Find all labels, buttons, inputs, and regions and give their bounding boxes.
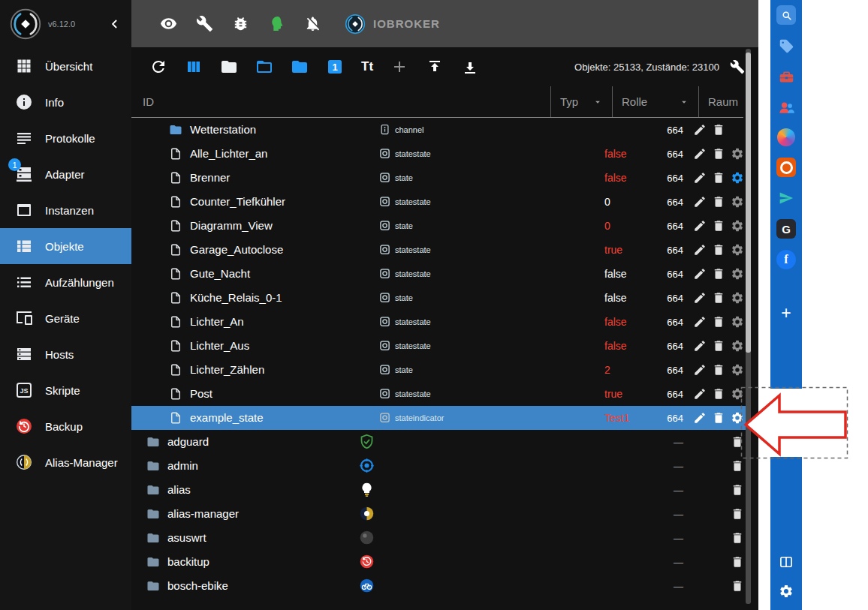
settings-icon[interactable] [731, 147, 744, 161]
download-icon[interactable] [461, 58, 479, 76]
adapter-row[interactable]: bosch-ebike— [131, 574, 747, 598]
search-icon[interactable] [776, 5, 796, 25]
adapter-row[interactable]: alias-manager— [131, 502, 747, 526]
adapter-row[interactable]: alias— [131, 478, 747, 502]
delete-icon[interactable] [712, 339, 725, 353]
settings-gear-icon[interactable] [776, 581, 796, 601]
adapter-row[interactable]: backitup— [131, 550, 747, 574]
folder-filled-icon[interactable] [291, 58, 309, 76]
plus-icon[interactable]: + [776, 303, 796, 323]
edit-icon[interactable] [693, 123, 707, 137]
edit-icon[interactable] [693, 411, 707, 425]
adapter-row[interactable]: admin— [131, 454, 747, 478]
settings-icon[interactable] [731, 291, 744, 305]
object-row[interactable]: Wetterstationchannel664 [131, 118, 747, 142]
people-icon[interactable] [776, 98, 796, 117]
split-view-icon[interactable] [776, 552, 796, 572]
settings-icon[interactable] [731, 363, 744, 377]
object-row[interactable]: Gute_Nachtstatestatefalse664 [131, 262, 747, 286]
object-row[interactable]: Lichter_Anstatestatefalse664 [131, 310, 747, 334]
settings-icon[interactable] [731, 171, 744, 185]
typ-filter-dropdown[interactable]: Typ [550, 86, 612, 117]
delete-icon[interactable] [731, 531, 744, 545]
delete-icon[interactable] [712, 291, 725, 305]
settings-icon[interactable] [731, 195, 744, 209]
refresh-icon[interactable] [149, 58, 167, 76]
edit-icon[interactable] [693, 219, 707, 233]
delete-icon[interactable] [731, 483, 744, 497]
sidebar-item-instanzen[interactable]: Instanzen [0, 192, 131, 228]
upload-icon[interactable] [426, 58, 444, 76]
collapse-sidebar-button[interactable] [107, 17, 122, 32]
object-row[interactable]: Alle_Lichter_anstatestatefalse664 [131, 142, 747, 166]
sidebar-item-uebersicht[interactable]: Übersicht [0, 48, 131, 84]
object-row[interactable]: Diagramm_Viewstate0664 [131, 214, 747, 238]
delete-icon[interactable] [731, 555, 744, 569]
object-row[interactable]: example_statestateindicatorTest1664 [131, 406, 747, 430]
tag-icon[interactable] [776, 36, 796, 56]
delete-icon[interactable] [712, 171, 725, 185]
edit-icon[interactable] [693, 147, 707, 161]
settings-icon[interactable] [731, 315, 744, 329]
delete-icon[interactable] [712, 195, 725, 209]
one-badge-icon[interactable]: 1 [326, 58, 344, 76]
vertical-scrollbar[interactable] [746, 49, 751, 604]
toolbox-icon[interactable] [776, 67, 796, 86]
settings-icon[interactable] [731, 411, 744, 425]
settings-icon[interactable] [731, 339, 744, 353]
facebook-icon[interactable]: f [776, 250, 796, 269]
object-row[interactable]: Poststatestatetrue664 [131, 382, 747, 406]
delete-icon[interactable] [731, 459, 744, 473]
scrollbar-thumb[interactable] [746, 53, 751, 353]
edit-icon[interactable] [693, 195, 707, 209]
columns-icon[interactable] [185, 58, 203, 76]
sidebar-item-protokolle[interactable]: Protokolle [0, 120, 131, 156]
sidebar-item-alias-manager[interactable]: Alias-Manager [0, 444, 131, 480]
adapter-row[interactable]: asuswrt— [131, 526, 747, 550]
delete-icon[interactable] [712, 123, 725, 137]
edit-icon[interactable] [693, 171, 707, 185]
delete-icon[interactable] [712, 411, 725, 425]
filter-wrench-icon[interactable] [730, 59, 745, 74]
delete-icon[interactable] [731, 579, 744, 593]
settings-icon[interactable] [731, 387, 744, 401]
folder-icon[interactable] [220, 58, 238, 76]
edit-icon[interactable] [693, 315, 707, 329]
sidebar-item-geraete[interactable]: Geräte [0, 300, 131, 336]
settings-icon[interactable] [731, 267, 744, 281]
delete-icon[interactable] [712, 219, 725, 233]
swirl-icon[interactable] [777, 128, 795, 146]
object-row[interactable]: Garage_Autoclosestatestatetrue664 [131, 238, 747, 262]
sidebar-item-backup[interactable]: Backup [0, 408, 131, 444]
edit-icon[interactable] [693, 267, 707, 281]
sidebar-item-objekte[interactable]: Objekte [0, 228, 131, 264]
rolle-filter-dropdown[interactable]: Rolle [612, 86, 698, 117]
google-icon[interactable]: G [776, 219, 796, 239]
object-row[interactable]: Lichter_Ausstatestatefalse664 [131, 334, 747, 358]
raum-filter[interactable]: Raum [698, 86, 743, 117]
mail-icon[interactable] [776, 158, 796, 177]
bell-off-icon[interactable] [304, 15, 321, 32]
eye-icon[interactable] [160, 15, 177, 32]
delete-icon[interactable] [712, 387, 725, 401]
send-icon[interactable] [776, 188, 796, 208]
object-row[interactable]: Küche_Relais_0-1statefalse664 [131, 286, 747, 310]
sidebar-item-skripte[interactable]: JSSkripte [0, 372, 131, 408]
bug-icon[interactable] [232, 15, 249, 32]
sidebar-item-info[interactable]: Info [0, 84, 131, 120]
sidebar-item-aufzaehlungen[interactable]: Aufzählungen [0, 264, 131, 300]
delete-icon[interactable] [712, 315, 725, 329]
object-row[interactable]: Brennerstatefalse664 [131, 166, 747, 190]
delete-icon[interactable] [712, 243, 725, 257]
delete-icon[interactable] [731, 507, 744, 521]
edit-icon[interactable] [693, 243, 707, 257]
edit-icon[interactable] [693, 387, 707, 401]
id-filter-input[interactable]: ID [131, 86, 550, 117]
folder-open-icon[interactable] [255, 58, 273, 76]
edit-icon[interactable] [693, 291, 707, 305]
edit-icon[interactable] [693, 339, 707, 353]
delete-icon[interactable] [712, 267, 725, 281]
delete-icon[interactable] [731, 435, 744, 449]
settings-icon[interactable] [731, 219, 744, 233]
edit-icon[interactable] [693, 363, 707, 377]
